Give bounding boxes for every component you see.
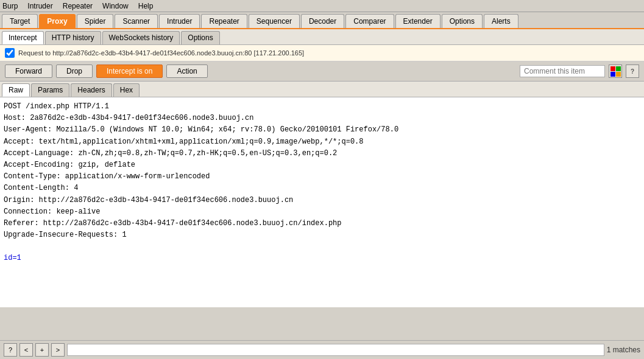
- subtab-http-history[interactable]: HTTP history: [45, 31, 101, 44]
- request-info-bar: Request to http://2a876d2c-e3db-43b4-941…: [0, 45, 644, 61]
- help-button[interactable]: ?: [626, 64, 639, 78]
- innertab-hex[interactable]: Hex: [113, 83, 140, 97]
- tab-extender[interactable]: Extender: [395, 14, 441, 28]
- comment-input[interactable]: [520, 65, 605, 77]
- sub-tab-bar: Intercept HTTP history WebSockets histor…: [0, 29, 644, 45]
- grid-icon: [609, 65, 622, 78]
- menu-intruder[interactable]: Intruder: [27, 2, 52, 10]
- next-button[interactable]: >: [51, 343, 65, 357]
- tab-sequencer[interactable]: Sequencer: [249, 14, 300, 28]
- tab-decoder[interactable]: Decoder: [301, 14, 344, 28]
- tab-spider[interactable]: Spider: [77, 14, 114, 28]
- tab-repeater[interactable]: Repeater: [201, 14, 247, 28]
- tab-intruder[interactable]: Intruder: [159, 14, 200, 28]
- inner-tab-bar: Raw Params Headers Hex: [0, 82, 644, 97]
- menu-help[interactable]: Help: [138, 2, 154, 10]
- menu-window[interactable]: Window: [102, 2, 129, 10]
- subtab-websockets-history[interactable]: WebSockets history: [102, 31, 180, 44]
- bottom-bar: ? < + > 1 matches: [0, 340, 644, 359]
- tab-comparer[interactable]: Comparer: [345, 14, 394, 28]
- intercept-button[interactable]: Intercept is on: [96, 64, 163, 78]
- prev-button[interactable]: <: [19, 343, 33, 357]
- search-input[interactable]: [67, 344, 604, 356]
- innertab-headers[interactable]: Headers: [71, 83, 111, 97]
- http-headers: POST /index.php HTTP/1.1 Host: 2a876d2c-…: [4, 102, 398, 239]
- tab-options[interactable]: Options: [442, 14, 483, 28]
- action-button[interactable]: Action: [166, 64, 207, 78]
- http-content[interactable]: POST /index.php HTTP/1.1 Host: 2a876d2c-…: [0, 97, 644, 307]
- add-button[interactable]: +: [35, 343, 49, 357]
- request-url: Request to http://2a876d2c-e3db-43b4-941…: [18, 49, 304, 57]
- question-button[interactable]: ?: [4, 343, 17, 357]
- matches-label: 1 matches: [607, 346, 640, 354]
- toolbar: Forward Drop Intercept is on Action ?: [0, 61, 644, 82]
- menu-repeater[interactable]: Repeater: [63, 2, 93, 10]
- main-tab-bar: Target Proxy Spider Scanner Intruder Rep…: [0, 12, 644, 29]
- drop-button[interactable]: Drop: [56, 64, 93, 78]
- menu-burp[interactable]: Burp: [2, 2, 18, 10]
- innertab-params[interactable]: Params: [31, 83, 69, 97]
- content-scroll-area: POST /index.php HTTP/1.1 Host: 2a876d2c-…: [0, 97, 644, 307]
- http-body: id=1: [4, 254, 21, 262]
- tab-scanner[interactable]: Scanner: [115, 14, 158, 28]
- tab-target[interactable]: Target: [2, 14, 38, 28]
- tab-alerts[interactable]: Alerts: [484, 14, 518, 28]
- tab-proxy[interactable]: Proxy: [39, 14, 75, 28]
- innertab-raw[interactable]: Raw: [2, 83, 30, 97]
- menu-bar: Burp Intruder Repeater Window Help: [0, 0, 644, 12]
- request-checkbox[interactable]: [5, 48, 15, 58]
- subtab-intercept[interactable]: Intercept: [2, 31, 44, 44]
- highlight-button[interactable]: [609, 64, 622, 78]
- subtab-options[interactable]: Options: [181, 31, 219, 44]
- forward-button[interactable]: Forward: [5, 64, 52, 78]
